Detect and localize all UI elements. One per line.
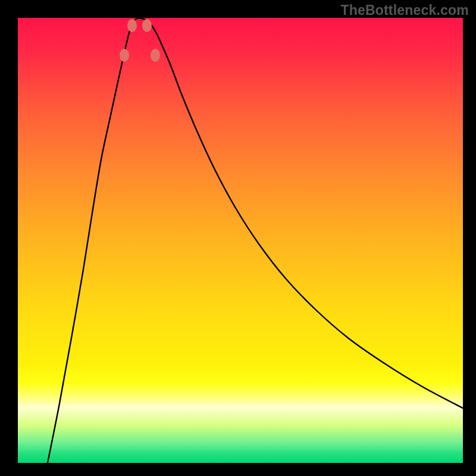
marker-left-top xyxy=(120,49,129,62)
gradient-background xyxy=(18,18,463,463)
plot-svg xyxy=(18,18,463,463)
watermark-text: TheBottleneck.com xyxy=(340,2,469,18)
plot-area xyxy=(18,18,463,463)
figure-container: TheBottleneck.com xyxy=(0,0,476,476)
marker-left-bottom xyxy=(127,19,137,32)
marker-right-top xyxy=(151,49,160,62)
marker-right-bottom xyxy=(142,19,152,32)
